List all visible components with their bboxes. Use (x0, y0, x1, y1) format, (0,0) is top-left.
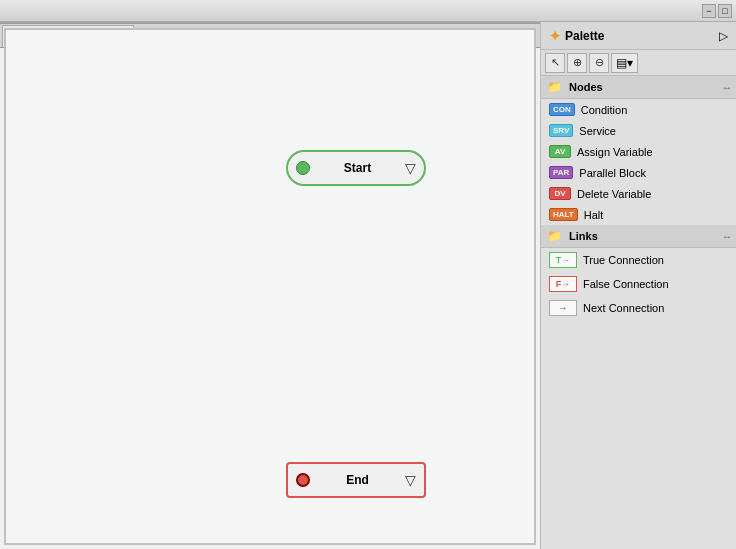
zoom-in-button[interactable]: ⊕ (567, 53, 587, 73)
node-label-halt: Halt (584, 209, 604, 221)
end-label: End (316, 473, 399, 487)
minimize-button[interactable]: − (702, 4, 716, 18)
links-section-label: Links (569, 230, 598, 242)
link-label-true: True Connection (583, 254, 664, 266)
palette-title-label: Palette (565, 29, 604, 43)
zoom-out-icon: ⊖ (595, 56, 604, 69)
zoom-out-button[interactable]: ⊖ (589, 53, 609, 73)
palette-header: ✦ Palette ▷ (541, 22, 736, 50)
node-item-halt[interactable]: HALT Halt (541, 204, 736, 225)
main-layout: *my_composition ✕ Start ▽ End ▽ ✦ (0, 22, 736, 549)
end-arrow-icon: ▽ (405, 472, 416, 488)
title-bar: − □ (0, 0, 736, 22)
canvas-area: *my_composition ✕ Start ▽ End ▽ (0, 22, 540, 549)
layout-icon: ▤ (616, 56, 627, 70)
dropdown-arrow-icon: ▾ (627, 56, 633, 70)
layout-dropdown[interactable]: ▤ ▾ (611, 53, 638, 73)
link-item-next[interactable]: → Next Connection (541, 296, 736, 320)
node-label-dv: Delete Variable (577, 188, 651, 200)
palette-panel: ✦ Palette ▷ ↖ ⊕ ⊖ ▤ ▾ 📁 Nod (540, 22, 736, 549)
node-badge-par: PAR (549, 166, 573, 179)
palette-toolbar: ↖ ⊕ ⊖ ▤ ▾ (541, 50, 736, 76)
node-badge-av: AV (549, 145, 571, 158)
node-badge-con: CON (549, 103, 575, 116)
palette-title: ✦ Palette (549, 28, 604, 44)
node-label-con: Condition (581, 104, 627, 116)
link-badge-true: T→ (549, 252, 577, 268)
canvas-content[interactable]: Start ▽ End ▽ (4, 28, 536, 545)
start-label: Start (316, 161, 399, 175)
links-folder-icon: 📁 (547, 229, 562, 243)
cursor-icon: ↖ (551, 56, 560, 69)
node-badge-srv: SRV (549, 124, 573, 137)
end-node[interactable]: End ▽ (286, 462, 426, 498)
link-badge-false: F→ (549, 276, 577, 292)
node-label-srv: Service (579, 125, 616, 137)
start-arrow-icon: ▽ (405, 160, 416, 176)
nodes-folder-icon: 📁 (547, 80, 562, 94)
zoom-in-icon: ⊕ (573, 56, 582, 69)
node-item-par[interactable]: PAR Parallel Block (541, 162, 736, 183)
nodes-section-header: 📁 Nodes ↔ (541, 76, 736, 99)
link-badge-next: → (549, 300, 577, 316)
nodes-list: CON Condition SRV Service AV Assign Vari… (541, 99, 736, 225)
node-badge-dv: DV (549, 187, 571, 200)
node-item-con[interactable]: CON Condition (541, 99, 736, 120)
end-dot (296, 473, 310, 487)
maximize-button[interactable]: □ (718, 4, 732, 18)
palette-icon: ✦ (549, 28, 561, 44)
links-collapse-icon[interactable]: ↔ (722, 231, 730, 242)
node-label-par: Parallel Block (579, 167, 646, 179)
start-node[interactable]: Start ▽ (286, 150, 426, 186)
links-list: T→ True Connection F→ False Connection →… (541, 248, 736, 320)
link-label-next: Next Connection (583, 302, 664, 314)
link-label-false: False Connection (583, 278, 669, 290)
link-item-true[interactable]: T→ True Connection (541, 248, 736, 272)
node-badge-halt: HALT (549, 208, 578, 221)
cursor-tool-button[interactable]: ↖ (545, 53, 565, 73)
title-bar-controls: − □ (702, 4, 732, 18)
node-label-av: Assign Variable (577, 146, 653, 158)
node-item-av[interactable]: AV Assign Variable (541, 141, 736, 162)
node-item-srv[interactable]: SRV Service (541, 120, 736, 141)
palette-expand-icon[interactable]: ▷ (719, 29, 728, 43)
links-section-header: 📁 Links ↔ (541, 225, 736, 248)
node-item-dv[interactable]: DV Delete Variable (541, 183, 736, 204)
nodes-collapse-icon[interactable]: ↔ (722, 82, 730, 93)
start-dot (296, 161, 310, 175)
nodes-section-label: Nodes (569, 81, 603, 93)
link-item-false[interactable]: F→ False Connection (541, 272, 736, 296)
